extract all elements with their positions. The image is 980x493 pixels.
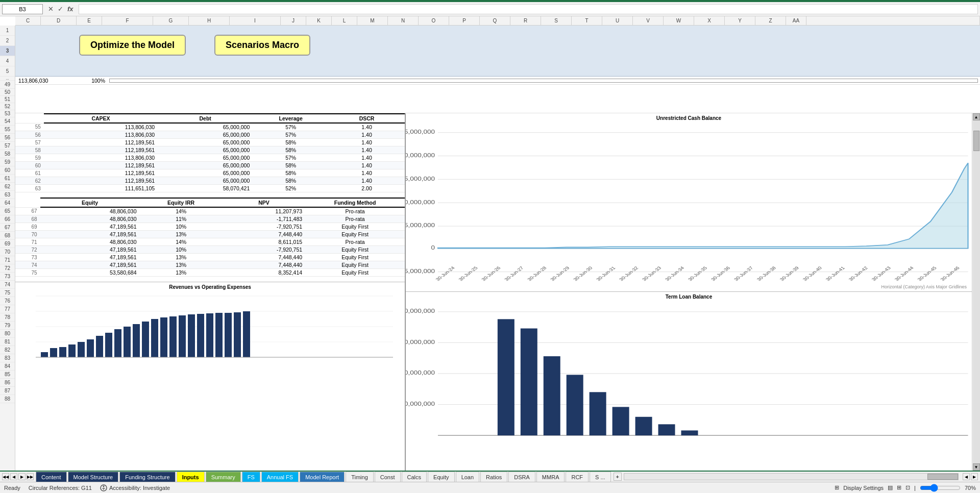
col-header-d[interactable]: D (41, 16, 77, 25)
view-page-icon[interactable]: ⊡ (905, 484, 910, 491)
sheet-tab-inputs[interactable]: Inputs (177, 472, 205, 482)
sheet-tab-rcf[interactable]: RCF (566, 472, 589, 482)
status-bar: Ready Circular References: G11 Accessibi… (0, 482, 980, 493)
fx-icon[interactable]: fx (67, 5, 74, 13)
col-header-l[interactable]: L (332, 16, 357, 25)
sheet-tab-mmra[interactable]: MMRA (536, 472, 565, 482)
svg-rect-20 (179, 315, 186, 357)
row-num-70: 70 (0, 248, 15, 256)
view-layout-icon[interactable]: ⊞ (897, 484, 901, 491)
formula-input[interactable] (79, 4, 978, 14)
col-header-f[interactable]: F (102, 16, 153, 25)
row-num-66: 66 (0, 215, 15, 224)
col-header-i[interactable]: I (230, 16, 281, 25)
col-header-q[interactable]: Q (480, 16, 510, 25)
col-header-o[interactable]: O (419, 16, 449, 25)
data-charts-area: CAPEX Debt Leverage DSCR 55 113,806,030 … (15, 113, 980, 471)
col-header-r[interactable]: R (510, 16, 541, 25)
sheet-tab-annual-fs[interactable]: Annual FS (261, 472, 299, 482)
row-num-54: 54 (0, 117, 15, 126)
row-num-87: 87 (0, 387, 15, 395)
sheet-nav-buttons: ◀◀ ◀ ▶ ▶▶ (0, 473, 36, 480)
col-header-j[interactable]: J (281, 16, 306, 25)
col-header-e[interactable]: E (77, 16, 102, 25)
svg-text:30-Jun-42: 30-Jun-42 (848, 266, 869, 282)
col-header-y[interactable]: Y (725, 16, 755, 25)
svg-rect-83 (658, 424, 675, 435)
svg-text:30-Jun-44: 30-Jun-44 (894, 266, 915, 282)
col-header-aa[interactable]: AA (786, 16, 806, 25)
cancel-icon[interactable]: ✕ (48, 5, 54, 13)
empty-rows-50-53 (15, 85, 980, 113)
scroll-down-button[interactable]: ▼ (973, 463, 980, 471)
svg-marker-43 (438, 163, 968, 248)
scroll-track[interactable] (973, 120, 980, 463)
confirm-icon[interactable]: ✓ (58, 5, 63, 13)
sheet-tab-dsra[interactable]: DSRA (508, 472, 535, 482)
svg-rect-81 (612, 407, 629, 435)
add-sheet-button[interactable]: + (614, 473, 622, 481)
col-header-n[interactable]: N (388, 16, 419, 25)
sheet-tab-calcs[interactable]: Calcs (402, 472, 427, 482)
col-header-p[interactable]: P (449, 16, 480, 25)
sheet-tab-timing[interactable]: Timing (346, 472, 374, 482)
svg-text:30-Jun-31: 30-Jun-31 (595, 266, 616, 282)
col-header-z[interactable]: Z (755, 16, 786, 25)
optimize-button[interactable]: Optimize the Model (79, 35, 186, 56)
svg-point-86 (103, 485, 104, 487)
term-loan-title: Term Loan Balance (406, 292, 972, 301)
capex-table: CAPEX Debt Leverage DSCR 55 113,806,030 … (15, 113, 405, 192)
nav-first-button[interactable]: ◀◀ (2, 473, 9, 480)
sheet-tab-s-...[interactable]: S ... (590, 472, 611, 482)
sheet-tab-summary[interactable]: Summary (206, 472, 241, 482)
view-buttons: ◀ ▶ (961, 473, 980, 480)
col-header-t[interactable]: T (572, 16, 602, 25)
accessibility-text: Accessibility: Investigate (109, 485, 170, 491)
col-header-v[interactable]: V (633, 16, 664, 25)
nav-next-button[interactable]: ▶ (18, 473, 26, 480)
view-normal-icon[interactable]: ▤ (888, 484, 893, 491)
row-numbers: 1 2 3 4 5 ... 49 50 51 52 53 54 55 56 57… (0, 26, 15, 471)
scroll-right-button[interactable]: ▶ (971, 473, 978, 480)
row-num-67: 67 (0, 224, 15, 232)
col-header-h[interactable]: H (189, 16, 230, 25)
nav-prev-button[interactable]: ◀ (10, 473, 17, 480)
col-header-g[interactable]: G (153, 16, 189, 25)
col-header-c[interactable]: C (15, 16, 41, 25)
col-header-x[interactable]: X (694, 16, 725, 25)
col-header-k[interactable]: K (306, 16, 332, 25)
sheet-tab-ratios[interactable]: Ratios (480, 472, 507, 482)
cell-reference-box[interactable] (2, 4, 43, 14)
sheet-tab-content[interactable]: Content (36, 472, 67, 482)
sheet-tab-funding-structure[interactable]: Funding Structure (119, 472, 175, 482)
sheet-tab-loan[interactable]: Loan (456, 472, 479, 482)
capex-table-row: 58 112,189,561 65,000,000 58% 1.40 (15, 146, 405, 154)
dscr-header: DSCR (329, 114, 405, 123)
svg-text:30-Jun-36: 30-Jun-36 (710, 266, 731, 282)
svg-rect-18 (160, 317, 167, 357)
scroll-thumb[interactable] (973, 131, 979, 151)
sheet-tab-model-report[interactable]: Model Report (300, 472, 345, 482)
nav-last-button[interactable]: ▶▶ (27, 473, 34, 480)
sheet-tab-model-structure[interactable]: Model Structure (68, 472, 119, 482)
col-header-m[interactable]: M (357, 16, 388, 25)
horizontal-scrollbar[interactable] (624, 473, 959, 480)
scroll-left-button[interactable]: ◀ (963, 473, 970, 480)
vertical-scrollbar[interactable]: ▲ ▼ (972, 113, 980, 471)
svg-rect-7 (59, 347, 66, 357)
sheet-tab-equity[interactable]: Equity (428, 472, 455, 482)
col-header-w[interactable]: W (664, 16, 694, 25)
scenarios-button[interactable]: Scenarios Macro (214, 35, 310, 56)
scroll-up-button[interactable]: ▲ (973, 113, 980, 120)
col-header-s[interactable]: S (541, 16, 572, 25)
sheet-tab-fs[interactable]: FS (242, 472, 260, 482)
sheet-tab-const[interactable]: Const (375, 472, 401, 482)
equity-table-container: Equity Equity IRR NPV Funding Method 67 … (15, 198, 405, 277)
unrestricted-cash-title: Unrestricted Cash Balance (406, 113, 972, 122)
svg-text:60,000,000: 60,000,000 (406, 339, 435, 345)
col-header-u[interactable]: U (602, 16, 633, 25)
h-scroll-thumb[interactable] (927, 474, 958, 480)
svg-rect-79 (567, 375, 583, 435)
svg-text:25,000,000: 25,000,000 (406, 129, 435, 135)
zoom-slider[interactable] (920, 485, 961, 491)
